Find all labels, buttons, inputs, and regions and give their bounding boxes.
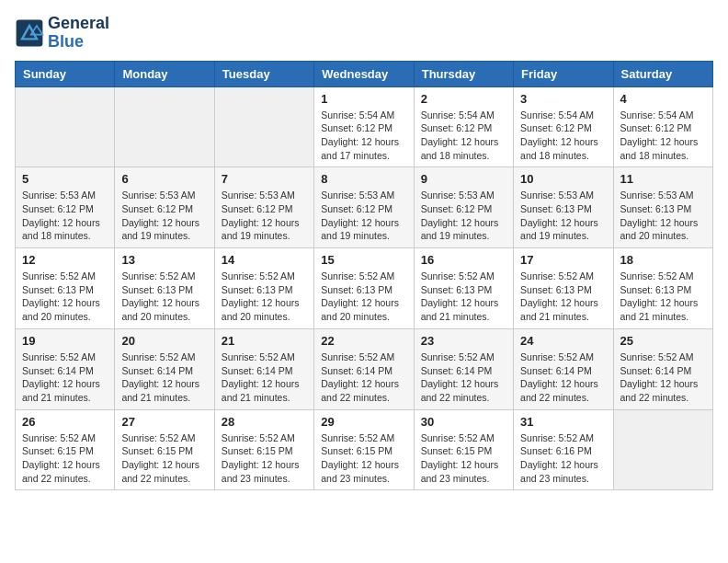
day-info: Sunrise: 5:52 AM Sunset: 6:15 PM Dayligh… xyxy=(121,431,207,486)
calendar-header-monday: Monday xyxy=(115,61,214,86)
day-info: Sunrise: 5:53 AM Sunset: 6:12 PM Dayligh… xyxy=(421,189,506,243)
day-info: Sunrise: 5:53 AM Sunset: 6:13 PM Dayligh… xyxy=(520,189,606,243)
logo-text-line1: General xyxy=(48,15,109,33)
day-info: Sunrise: 5:52 AM Sunset: 6:15 PM Dayligh… xyxy=(421,431,506,486)
calendar-header-thursday: Thursday xyxy=(414,61,513,86)
calendar-cell: 3Sunrise: 5:54 AM Sunset: 6:12 PM Daylig… xyxy=(514,86,613,167)
day-number: 15 xyxy=(321,253,406,267)
day-info: Sunrise: 5:54 AM Sunset: 6:12 PM Dayligh… xyxy=(520,109,606,163)
calendar-header-sunday: Sunday xyxy=(16,61,115,86)
calendar-cell: 29Sunrise: 5:52 AM Sunset: 6:15 PM Dayli… xyxy=(314,409,414,490)
day-number: 10 xyxy=(520,172,606,186)
day-info: Sunrise: 5:52 AM Sunset: 6:13 PM Dayligh… xyxy=(222,270,307,324)
calendar-cell xyxy=(115,86,214,167)
page-header: General Blue xyxy=(15,15,713,52)
day-info: Sunrise: 5:54 AM Sunset: 6:12 PM Dayligh… xyxy=(620,109,706,163)
calendar-cell xyxy=(214,86,313,167)
calendar-cell: 21Sunrise: 5:52 AM Sunset: 6:14 PM Dayli… xyxy=(214,328,313,409)
day-number: 20 xyxy=(121,334,207,348)
day-number: 11 xyxy=(620,172,706,186)
day-number: 22 xyxy=(321,334,406,348)
calendar-cell: 20Sunrise: 5:52 AM Sunset: 6:14 PM Dayli… xyxy=(115,328,214,409)
day-info: Sunrise: 5:52 AM Sunset: 6:16 PM Dayligh… xyxy=(520,431,606,486)
day-info: Sunrise: 5:52 AM Sunset: 6:15 PM Dayligh… xyxy=(222,431,307,486)
calendar-header-wednesday: Wednesday xyxy=(314,61,414,86)
day-info: Sunrise: 5:52 AM Sunset: 6:15 PM Dayligh… xyxy=(321,431,406,486)
day-number: 29 xyxy=(321,415,406,429)
calendar-cell: 5Sunrise: 5:53 AM Sunset: 6:12 PM Daylig… xyxy=(16,167,115,248)
calendar-week-row: 26Sunrise: 5:52 AM Sunset: 6:15 PM Dayli… xyxy=(16,409,713,490)
day-info: Sunrise: 5:54 AM Sunset: 6:12 PM Dayligh… xyxy=(321,109,406,163)
day-number: 1 xyxy=(321,92,406,106)
day-number: 27 xyxy=(121,415,207,429)
calendar-cell: 27Sunrise: 5:52 AM Sunset: 6:15 PM Dayli… xyxy=(115,409,214,490)
day-info: Sunrise: 5:52 AM Sunset: 6:14 PM Dayligh… xyxy=(520,350,606,405)
day-info: Sunrise: 5:52 AM Sunset: 6:14 PM Dayligh… xyxy=(121,350,207,405)
day-info: Sunrise: 5:53 AM Sunset: 6:12 PM Dayligh… xyxy=(222,189,307,243)
calendar-cell xyxy=(613,409,712,490)
calendar-header-tuesday: Tuesday xyxy=(214,61,313,86)
day-number: 17 xyxy=(520,253,606,267)
calendar-cell: 25Sunrise: 5:52 AM Sunset: 6:14 PM Dayli… xyxy=(613,328,712,409)
calendar-cell: 4Sunrise: 5:54 AM Sunset: 6:12 PM Daylig… xyxy=(613,86,712,167)
day-info: Sunrise: 5:53 AM Sunset: 6:12 PM Dayligh… xyxy=(22,189,108,243)
day-number: 18 xyxy=(620,253,706,267)
day-number: 6 xyxy=(121,172,207,186)
day-info: Sunrise: 5:54 AM Sunset: 6:12 PM Dayligh… xyxy=(421,109,506,163)
calendar-week-row: 5Sunrise: 5:53 AM Sunset: 6:12 PM Daylig… xyxy=(16,167,713,248)
day-number: 30 xyxy=(421,415,506,429)
day-number: 28 xyxy=(222,415,307,429)
day-info: Sunrise: 5:52 AM Sunset: 6:13 PM Dayligh… xyxy=(22,270,108,324)
day-number: 8 xyxy=(321,172,406,186)
calendar-week-row: 1Sunrise: 5:54 AM Sunset: 6:12 PM Daylig… xyxy=(16,86,713,167)
day-info: Sunrise: 5:53 AM Sunset: 6:13 PM Dayligh… xyxy=(620,189,706,243)
calendar-cell: 30Sunrise: 5:52 AM Sunset: 6:15 PM Dayli… xyxy=(414,409,513,490)
day-info: Sunrise: 5:53 AM Sunset: 6:12 PM Dayligh… xyxy=(321,189,406,243)
calendar-cell: 6Sunrise: 5:53 AM Sunset: 6:12 PM Daylig… xyxy=(115,167,214,248)
day-number: 31 xyxy=(520,415,606,429)
day-info: Sunrise: 5:52 AM Sunset: 6:13 PM Dayligh… xyxy=(421,270,506,324)
day-info: Sunrise: 5:52 AM Sunset: 6:14 PM Dayligh… xyxy=(222,350,307,405)
calendar-week-row: 19Sunrise: 5:52 AM Sunset: 6:14 PM Dayli… xyxy=(16,328,713,409)
calendar-cell: 26Sunrise: 5:52 AM Sunset: 6:15 PM Dayli… xyxy=(16,409,115,490)
calendar-cell: 7Sunrise: 5:53 AM Sunset: 6:12 PM Daylig… xyxy=(214,167,313,248)
day-info: Sunrise: 5:52 AM Sunset: 6:14 PM Dayligh… xyxy=(321,350,406,405)
day-info: Sunrise: 5:52 AM Sunset: 6:13 PM Dayligh… xyxy=(520,270,606,324)
calendar-header-saturday: Saturday xyxy=(613,61,712,86)
day-number: 26 xyxy=(22,415,108,429)
calendar-cell: 11Sunrise: 5:53 AM Sunset: 6:13 PM Dayli… xyxy=(613,167,712,248)
calendar-week-row: 12Sunrise: 5:52 AM Sunset: 6:13 PM Dayli… xyxy=(16,248,713,329)
calendar-cell: 14Sunrise: 5:52 AM Sunset: 6:13 PM Dayli… xyxy=(214,248,313,329)
day-number: 14 xyxy=(222,253,307,267)
day-number: 25 xyxy=(620,334,706,348)
logo: General Blue xyxy=(15,15,109,52)
calendar-cell: 17Sunrise: 5:52 AM Sunset: 6:13 PM Dayli… xyxy=(514,248,613,329)
calendar-cell: 8Sunrise: 5:53 AM Sunset: 6:12 PM Daylig… xyxy=(314,167,414,248)
day-number: 3 xyxy=(520,92,606,106)
calendar-cell: 2Sunrise: 5:54 AM Sunset: 6:12 PM Daylig… xyxy=(414,86,513,167)
day-number: 23 xyxy=(421,334,506,348)
day-number: 9 xyxy=(421,172,506,186)
calendar-table: SundayMondayTuesdayWednesdayThursdayFrid… xyxy=(15,61,713,491)
day-number: 19 xyxy=(22,334,108,348)
day-info: Sunrise: 5:52 AM Sunset: 6:13 PM Dayligh… xyxy=(121,270,207,324)
day-info: Sunrise: 5:52 AM Sunset: 6:13 PM Dayligh… xyxy=(620,270,706,324)
calendar-cell: 18Sunrise: 5:52 AM Sunset: 6:13 PM Dayli… xyxy=(613,248,712,329)
day-number: 16 xyxy=(421,253,506,267)
day-number: 2 xyxy=(421,92,506,106)
day-number: 13 xyxy=(121,253,207,267)
day-info: Sunrise: 5:53 AM Sunset: 6:12 PM Dayligh… xyxy=(121,189,207,243)
calendar-cell: 1Sunrise: 5:54 AM Sunset: 6:12 PM Daylig… xyxy=(314,86,414,167)
day-info: Sunrise: 5:52 AM Sunset: 6:14 PM Dayligh… xyxy=(22,350,108,405)
calendar-header-friday: Friday xyxy=(514,61,613,86)
calendar-cell: 24Sunrise: 5:52 AM Sunset: 6:14 PM Dayli… xyxy=(514,328,613,409)
calendar-cell: 16Sunrise: 5:52 AM Sunset: 6:13 PM Dayli… xyxy=(414,248,513,329)
calendar-cell: 9Sunrise: 5:53 AM Sunset: 6:12 PM Daylig… xyxy=(414,167,513,248)
day-number: 7 xyxy=(222,172,307,186)
calendar-cell xyxy=(16,86,115,167)
calendar-cell: 23Sunrise: 5:52 AM Sunset: 6:14 PM Dayli… xyxy=(414,328,513,409)
day-number: 21 xyxy=(222,334,307,348)
day-info: Sunrise: 5:52 AM Sunset: 6:14 PM Dayligh… xyxy=(620,350,706,405)
day-number: 12 xyxy=(22,253,108,267)
day-number: 5 xyxy=(22,172,108,186)
